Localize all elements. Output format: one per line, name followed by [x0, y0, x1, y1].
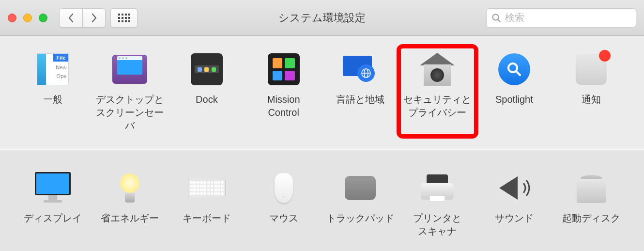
startup-disk-icon [572, 169, 610, 207]
pane-mouse[interactable]: マウス [246, 166, 321, 241]
trackpad-icon [341, 169, 379, 207]
pane-label: サウンド [495, 212, 534, 225]
pane-printers-scanners[interactable]: プリンタとスキャナ [400, 166, 475, 241]
pane-energy-saver[interactable]: 省エネルギー [92, 166, 168, 241]
show-all-button[interactable] [110, 8, 138, 28]
pane-label: キーボード [183, 212, 231, 225]
zoom-window-button[interactable] [39, 14, 47, 22]
nav-buttons [59, 8, 106, 28]
pane-dock[interactable]: Dock [169, 47, 244, 135]
pane-general[interactable]: FileNewOpe 一般 [15, 47, 91, 135]
pane-label: MissionControl [267, 93, 300, 119]
mouse-icon [265, 169, 303, 207]
pane-desktop-screensaver[interactable]: デスクトップとスクリーンセーバ [92, 47, 168, 135]
notifications-icon [572, 50, 610, 88]
desktop-icon [111, 50, 149, 88]
search-field[interactable] [486, 8, 636, 28]
pane-label: プリンタとスキャナ [413, 212, 461, 238]
pane-label: Spotlight [495, 93, 533, 106]
pane-trackpad[interactable]: トラックパッド [323, 166, 398, 241]
general-icon: FileNewOpe [34, 50, 72, 88]
close-window-button[interactable] [8, 14, 16, 22]
sound-icon [495, 169, 533, 207]
pane-label: セキュリティとプライバシー [403, 93, 471, 119]
pane-spotlight[interactable]: Spotlight [476, 47, 552, 135]
mission-control-icon [265, 50, 303, 88]
svg-line-1 [498, 19, 500, 22]
svg-line-6 [516, 71, 520, 75]
search-input[interactable] [505, 12, 631, 23]
energy-saver-icon [111, 169, 149, 207]
pane-label: 省エネルギー [101, 212, 159, 225]
pane-keyboard[interactable]: キーボード [169, 166, 244, 241]
pane-startup-disk[interactable]: 起動ディスク [553, 166, 629, 241]
pane-security-privacy[interactable]: セキュリティとプライバシー [400, 47, 475, 135]
preferences-row-1: FileNewOpe 一般 デスクトップとスクリーンセーバ Dock Missi… [0, 36, 644, 149]
pane-label: デスクトップとスクリーンセーバ [95, 93, 165, 132]
pane-label: ディスプレイ [24, 212, 82, 225]
pane-notifications[interactable]: 通知 [553, 47, 629, 135]
grid-icon [118, 14, 130, 22]
pane-label: 起動ディスク [562, 212, 620, 225]
pane-label: トラックパッド [326, 212, 394, 225]
titlebar: システム環境設定 [0, 0, 644, 36]
printers-scanners-icon [418, 169, 456, 207]
pane-mission-control[interactable]: MissionControl [246, 47, 321, 135]
keyboard-icon [188, 169, 226, 207]
preferences-row-2: ディスプレイ 省エネルギー キーボード マウス トラックパッド プリンタとスキャ… [0, 149, 644, 251]
displays-icon [34, 169, 72, 207]
pane-sound[interactable]: サウンド [476, 166, 552, 241]
window-controls [8, 14, 47, 22]
back-button[interactable] [59, 8, 82, 28]
pane-label: 言語と地域 [336, 93, 384, 106]
pane-language-region[interactable]: 言語と地域 [323, 47, 398, 135]
pane-label: マウス [269, 212, 298, 225]
pane-label: 通知 [582, 93, 601, 106]
security-privacy-icon [418, 50, 456, 88]
pane-label: 一般 [43, 93, 62, 106]
pane-label: Dock [196, 93, 218, 106]
language-region-icon [341, 50, 379, 88]
forward-button[interactable] [82, 8, 106, 28]
search-icon [491, 13, 501, 23]
spotlight-icon [495, 50, 533, 88]
pane-displays[interactable]: ディスプレイ [15, 166, 91, 241]
dock-icon [188, 50, 226, 88]
minimize-window-button[interactable] [23, 14, 32, 22]
